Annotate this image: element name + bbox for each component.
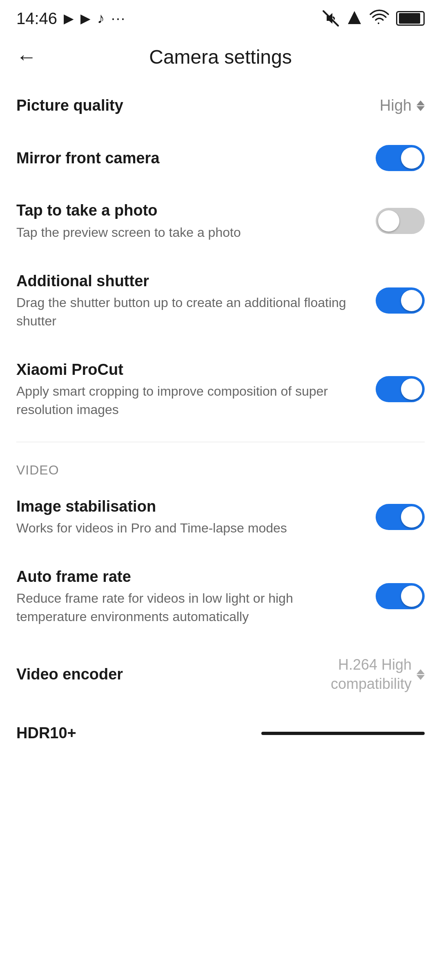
toggle-thumb: [401, 379, 422, 400]
image-stabilisation-toggle[interactable]: [376, 504, 425, 530]
hdr10plus-title: HDR10+: [16, 724, 76, 742]
video-encoder-chevron: [416, 669, 425, 680]
video-encoder-title: Video encoder: [16, 664, 314, 684]
page-title: Camera settings: [149, 46, 292, 68]
toggle-thumb: [401, 147, 422, 169]
svg-marker-1: [348, 11, 361, 24]
setting-item-mirror-front-camera[interactable]: Mirror front camera: [16, 130, 425, 186]
additional-shutter-toggle[interactable]: [376, 287, 425, 314]
picture-quality-selector[interactable]: High: [380, 97, 425, 114]
video-encoder-selector[interactable]: H.264 Highcompatibility: [331, 655, 425, 694]
toggle-track[interactable]: [376, 208, 425, 234]
toggle-track[interactable]: [376, 376, 425, 402]
auto-frame-rate-subtitle: Reduce frame rate for videos in low ligh…: [16, 589, 359, 626]
image-stabilisation-subtitle: Works for videos in Pro and Time-lapse m…: [16, 519, 359, 537]
tap-photo-title: Tap to take a photo: [16, 200, 359, 220]
additional-shutter-title: Additional shutter: [16, 271, 359, 291]
setting-item-xiaomi-procut[interactable]: Xiaomi ProCut Apply smart cropping to im…: [16, 345, 425, 434]
hdr10plus-bar: [261, 732, 425, 735]
tap-photo-toggle[interactable]: [376, 208, 425, 234]
chevron-up-icon: [416, 100, 425, 105]
mute-icon: [322, 9, 340, 27]
setting-item-image-stabilisation[interactable]: Image stabilisation Works for videos in …: [16, 482, 425, 552]
auto-frame-rate-toggle[interactable]: [376, 583, 425, 609]
setting-item-auto-frame-rate[interactable]: Auto frame rate Reduce frame rate for vi…: [16, 552, 425, 641]
header: ← Camera settings: [0, 33, 441, 81]
play-icon-1: ▶: [64, 11, 74, 26]
setting-item-tap-to-take-photo[interactable]: Tap to take a photo Tap the preview scre…: [16, 186, 425, 256]
silent-icon: [346, 9, 363, 27]
setting-item-video-encoder[interactable]: Video encoder H.264 Highcompatibility: [16, 641, 425, 708]
toggle-track[interactable]: [376, 504, 425, 530]
music-icon: ♪: [97, 10, 105, 27]
picture-quality-chevron: [416, 100, 425, 111]
toggle-thumb: [378, 210, 399, 232]
status-bar: 14:46 ▶ ▶ ♪ ··· 99: [0, 0, 441, 33]
auto-frame-rate-title: Auto frame rate: [16, 567, 359, 587]
additional-shutter-subtitle: Drag the shutter button up to create an …: [16, 294, 359, 330]
battery-indicator: 99: [396, 11, 425, 26]
mirror-front-camera-toggle[interactable]: [376, 145, 425, 171]
xiaomi-procut-title: Xiaomi ProCut: [16, 360, 359, 380]
mirror-front-camera-title: Mirror front camera: [16, 148, 359, 168]
picture-quality-title: Picture quality: [16, 96, 363, 116]
chevron-down-icon: [416, 675, 425, 680]
chevron-up-icon: [416, 669, 425, 674]
toggle-track[interactable]: [376, 145, 425, 171]
tap-photo-subtitle: Tap the preview screen to take a photo: [16, 223, 359, 242]
status-right: 99: [322, 9, 425, 27]
battery-level: 99: [406, 14, 415, 23]
image-stabilisation-title: Image stabilisation: [16, 497, 359, 517]
section-divider: [16, 442, 425, 442]
status-left: 14:46 ▶ ▶ ♪ ···: [16, 9, 126, 28]
setting-item-picture-quality[interactable]: Picture quality High: [16, 81, 425, 130]
toggle-thumb: [401, 290, 422, 311]
toggle-track[interactable]: [376, 287, 425, 314]
back-button[interactable]: ←: [16, 45, 37, 69]
toggle-track[interactable]: [376, 583, 425, 609]
video-encoder-value: H.264 Highcompatibility: [331, 655, 412, 694]
xiaomi-procut-toggle[interactable]: [376, 376, 425, 402]
wifi-icon: [369, 9, 390, 27]
settings-list: Picture quality High Mirror front camera…: [0, 81, 441, 750]
toggle-thumb: [401, 586, 422, 607]
setting-item-hdr10plus[interactable]: HDR10+: [16, 708, 425, 750]
video-section-label: VIDEO: [16, 450, 425, 482]
picture-quality-value: High: [380, 97, 412, 114]
toggle-thumb: [401, 506, 422, 528]
xiaomi-procut-subtitle: Apply smart cropping to improve composit…: [16, 382, 359, 419]
chevron-down-icon: [416, 106, 425, 111]
status-time: 14:46: [16, 9, 57, 28]
setting-item-additional-shutter[interactable]: Additional shutter Drag the shutter butt…: [16, 256, 425, 345]
dots-icon: ···: [111, 10, 126, 27]
play-icon-2: ▶: [80, 11, 91, 26]
